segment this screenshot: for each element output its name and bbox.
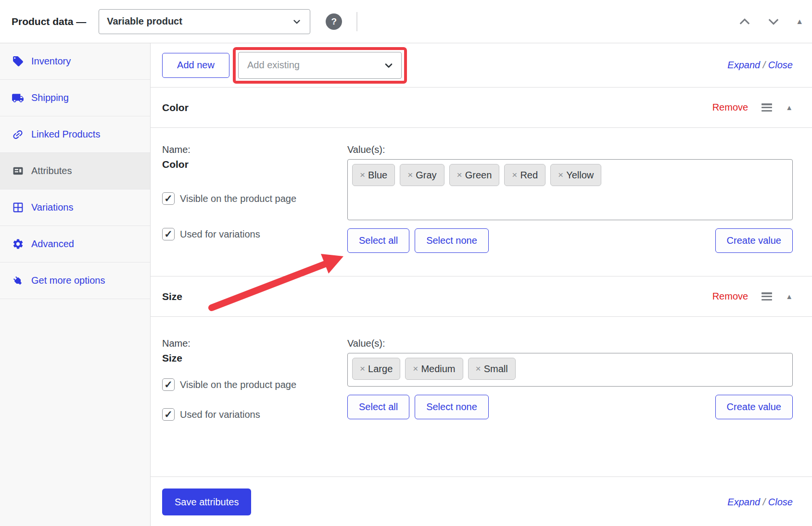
name-label: Name: (162, 338, 347, 349)
value-chip-label: Large (368, 363, 393, 375)
value-chip-label: Red (520, 170, 538, 181)
tag-icon (12, 55, 24, 68)
chevron-down-icon (292, 16, 302, 27)
values-label: Value(s): (347, 338, 793, 349)
attribute-values-box[interactable]: ×Large×Medium×Small (347, 353, 793, 387)
move-up-icon[interactable] (738, 15, 751, 28)
remove-value-icon[interactable]: × (413, 363, 418, 374)
product-data-panel: Product data — Variable product ? ▲ (0, 0, 812, 526)
collapse-attribute-icon[interactable]: ▲ (786, 103, 793, 112)
remove-value-icon[interactable]: × (512, 170, 517, 180)
check-icon: ✓ (164, 379, 173, 389)
sidebar-item-label: Inventory (31, 56, 71, 67)
select-all-button[interactable]: Select all (347, 395, 409, 419)
value-chip-label: Blue (368, 170, 387, 181)
remove-value-icon[interactable]: × (360, 363, 365, 374)
product-type-value: Variable product (107, 16, 182, 27)
select-none-button[interactable]: Select none (415, 228, 489, 253)
remove-value-icon[interactable]: × (476, 363, 481, 374)
annotation-highlight-box: Add existing (233, 47, 407, 84)
attribute-title: Color (162, 102, 189, 113)
save-attributes-button[interactable]: Save attributes (162, 488, 251, 515)
drag-handle-icon[interactable] (761, 103, 772, 112)
product-data-header: Product data — Variable product ? ▲ (0, 0, 812, 43)
remove-value-icon[interactable]: × (360, 170, 365, 180)
select-none-button[interactable]: Select none (415, 395, 489, 419)
attribute-values-box[interactable]: ×Blue×Gray×Green×Red×Yellow (347, 159, 793, 220)
close-link[interactable]: Close (768, 60, 793, 70)
attributes-panel: Add new Add existing Expand / Close (151, 43, 812, 526)
remove-value-icon[interactable]: × (558, 170, 563, 180)
value-chip[interactable]: ×Red (504, 164, 546, 186)
visible-checkbox-row[interactable]: ✓ Visible on the product page (162, 378, 347, 391)
attribute-body-size: Name: Size ✓ Visible on the product page… (151, 317, 812, 477)
add-existing-placeholder: Add existing (247, 60, 300, 71)
sidebar-item-label: Linked Products (31, 129, 100, 140)
collapse-attribute-icon[interactable]: ▲ (786, 292, 793, 301)
value-chip[interactable]: ×Medium (405, 358, 463, 380)
drag-handle-icon[interactable] (761, 292, 772, 301)
value-chip[interactable]: ×Small (468, 358, 516, 380)
move-down-icon[interactable] (767, 15, 780, 28)
chevron-down-icon (383, 60, 394, 71)
value-chip[interactable]: ×Large (352, 358, 400, 380)
variations-checkbox-row[interactable]: ✓ Used for variations (162, 408, 347, 421)
value-chip-label: Medium (421, 363, 455, 375)
sidebar-item-shipping[interactable]: Shipping (0, 80, 150, 116)
value-chip[interactable]: ×Gray (400, 164, 444, 186)
variations-checkbox-row[interactable]: ✓ Used for variations (162, 228, 347, 240)
visible-checkbox-row[interactable]: ✓ Visible on the product page (162, 192, 347, 205)
remove-attribute-link[interactable]: Remove (712, 291, 748, 302)
variations-checkbox-label: Used for variations (180, 409, 260, 420)
variations-checkbox-label: Used for variations (180, 229, 260, 240)
page-title: Product data — (12, 16, 86, 27)
check-icon: ✓ (164, 193, 173, 203)
variations-checkbox[interactable]: ✓ (162, 228, 175, 240)
variations-checkbox[interactable]: ✓ (162, 408, 175, 421)
check-icon: ✓ (164, 409, 173, 419)
close-link[interactable]: Close (768, 497, 793, 507)
create-value-button[interactable]: Create value (715, 228, 793, 253)
sidebar-item-label: Get more options (31, 275, 105, 286)
sidebar-item-get-more-options[interactable]: Get more options (0, 263, 150, 299)
expand-close-links: Expand / Close (727, 60, 793, 71)
help-icon[interactable]: ? (326, 13, 342, 30)
grid-icon (12, 201, 24, 214)
remove-value-icon[interactable]: × (407, 170, 413, 180)
sidebar-item-attributes[interactable]: Attributes (0, 153, 150, 189)
value-chip[interactable]: ×Green (449, 164, 500, 186)
value-chip[interactable]: ×Blue (352, 164, 395, 186)
value-chip-label: Gray (416, 170, 436, 181)
visible-checkbox-label: Visible on the product page (180, 379, 296, 390)
sidebar-item-label: Variations (31, 202, 73, 213)
check-icon: ✓ (164, 229, 173, 239)
remove-attribute-link[interactable]: Remove (712, 102, 748, 113)
visible-checkbox[interactable]: ✓ (162, 378, 175, 391)
visible-checkbox[interactable]: ✓ (162, 192, 175, 205)
select-all-button[interactable]: Select all (347, 228, 409, 253)
expand-link[interactable]: Expand (727, 497, 760, 507)
header-divider (356, 12, 357, 31)
value-chip[interactable]: ×Yellow (550, 164, 601, 186)
sidebar-item-linked-products[interactable]: Linked Products (0, 116, 150, 153)
create-value-button[interactable]: Create value (715, 395, 793, 419)
sidebar-item-advanced[interactable]: Advanced (0, 226, 150, 263)
expand-link[interactable]: Expand (727, 60, 760, 70)
toggle-panel-icon[interactable]: ▲ (796, 17, 803, 26)
sidebar-item-inventory[interactable]: Inventory (0, 43, 150, 80)
attribute-body-color: Name: Color ✓ Visible on the product pag… (151, 128, 812, 276)
name-label: Name: (162, 144, 347, 155)
sidebar-item-variations[interactable]: Variations (0, 189, 150, 226)
remove-value-icon[interactable]: × (457, 170, 462, 180)
product-type-select[interactable]: Variable product (99, 9, 310, 34)
add-existing-select[interactable]: Add existing (238, 52, 402, 79)
sidebar-item-label: Advanced (31, 238, 74, 250)
product-data-tabs: Inventory Shipping Linked Products Attri… (0, 43, 151, 526)
attribute-name-value: Color (162, 159, 347, 170)
add-new-button[interactable]: Add new (162, 53, 229, 78)
plug-icon (12, 275, 24, 287)
attribute-header-color: Color Remove ▲ (151, 88, 812, 128)
attribute-header-size: Size Remove ▲ (151, 276, 812, 317)
sidebar-item-label: Shipping (31, 92, 69, 103)
attribute-title: Size (162, 291, 182, 302)
